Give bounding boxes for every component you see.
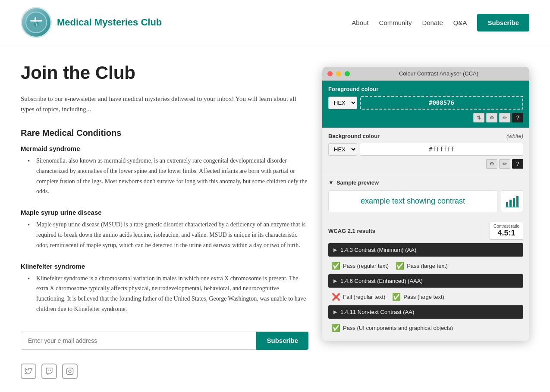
social-icons — [21, 364, 308, 379]
cca-146-large: ✅ Pass (large text) — [392, 293, 444, 301]
cca-preview-header: ▼ Sample preview — [328, 179, 523, 186]
cca-143-arrow: ▶ — [333, 247, 337, 253]
condition-maple: Maple syrup urine disease Maple syrup ur… — [21, 209, 308, 250]
svg-text:⚕: ⚕ — [35, 22, 38, 27]
cca-contrast-label: Contrast ratio — [493, 224, 519, 229]
cca-fg-swap-icon[interactable]: ⇅ — [473, 113, 484, 122]
cca-zoom-dot[interactable] — [345, 71, 350, 76]
cca-fg-input-row: HEX RGB HSL — [328, 96, 523, 110]
cca-fg-eyedropper-icon[interactable]: ✏ — [499, 113, 510, 122]
twitch-icon[interactable] — [41, 364, 57, 379]
cca-bg-format-select[interactable]: HEX RGB HSL — [328, 143, 357, 156]
cca-1411-ui-icon: ✅ — [332, 324, 340, 332]
cca-panel: Colour Contrast Analyser (CCA) Foregroun… — [322, 67, 529, 341]
cca-146-large-text: Pass (large text) — [403, 294, 444, 300]
logo-icon: ⚕ — [21, 7, 52, 38]
cca-1411-arrow: ▶ — [333, 309, 337, 315]
condition-maple-text: Maple syrup urine disease (MSUD) is a ra… — [28, 220, 308, 250]
cca-title: Colour Contrast Analyser (CCA) — [353, 70, 524, 77]
cca-bg-eyedropper-icon[interactable]: ✏ — [499, 159, 510, 169]
cca-146-large-icon: ✅ — [392, 293, 401, 301]
cca-criterion-143[interactable]: ▶ 1.4.3 Contrast (Minimum) (AA) — [328, 243, 523, 257]
cca-143-regular-icon: ✅ — [332, 262, 340, 270]
cca-foreground-section: Foreground colour HEX RGB HSL ⇅ ⚙ ✏ ? — [322, 81, 529, 128]
condition-mermaid-list: Sirenomelia, also known as mermaid syndr… — [21, 156, 308, 197]
cca-146-arrow: ▶ — [333, 278, 337, 284]
cca-minimize-dot[interactable] — [336, 71, 341, 76]
cca-criterion-1411[interactable]: ▶ 1.4.11 Non-text Contrast (AA) — [328, 305, 523, 319]
cca-143-large-text: Pass (large text) — [407, 263, 448, 269]
cca-bg-label: Background colour — [328, 133, 380, 139]
cca-143-regular-text: Pass (regular text) — [343, 263, 389, 269]
svg-rect-12 — [516, 196, 519, 207]
cca-1411-results: ✅ Pass (UI components and graphical obje… — [328, 321, 523, 336]
cca-1411-ui: ✅ Pass (UI components and graphical obje… — [332, 324, 453, 332]
cca-criterion-146[interactable]: ▶ 1.4.6 Contrast (Enhanced) (AAA) — [328, 274, 523, 288]
cca-146-regular-text: Fail (regular text) — [343, 294, 385, 300]
svg-rect-9 — [506, 202, 508, 207]
cca-1411-label: 1.4.11 Non-text Contrast (AA) — [340, 309, 414, 315]
cca-preview-row: example text showing contrast — [328, 190, 523, 212]
cca-fg-hex-input[interactable] — [360, 96, 523, 110]
cca-bg-input-row: HEX RGB HSL — [328, 143, 523, 156]
cca-fg-picker-icon[interactable]: ⚙ — [486, 113, 497, 122]
nav-subscribe-button[interactable]: Subscribe — [477, 14, 529, 31]
cca-bg-note: (white) — [506, 133, 523, 139]
cca-results-label: WCAG 2.1 results — [328, 228, 375, 234]
subscribe-form: Subscribe — [21, 332, 308, 350]
cca-preview-triangle: ▼ — [328, 179, 334, 186]
svg-rect-10 — [509, 200, 512, 207]
cca-143-regular: ✅ Pass (regular text) — [332, 262, 389, 270]
cca-fg-format-select[interactable]: HEX RGB HSL — [328, 97, 357, 109]
condition-klinefelter-name: Klinefelter syndrome — [21, 263, 308, 270]
cca-146-results: ❌ Fail (regular text) ✅ Pass (large text… — [328, 290, 523, 305]
cca-fg-label: Foreground colour — [328, 86, 523, 92]
cca-bg-header: Background colour (white) — [328, 133, 523, 139]
cca-contrast-value: 4.5:1 — [493, 229, 519, 238]
cca-bg-picker-icon[interactable]: ⚙ — [486, 159, 497, 169]
section-heading: Rare Medical Conditions — [21, 128, 308, 138]
cca-background-section: Background colour (white) HEX RGB HSL ⚙ … — [322, 128, 529, 174]
cca-sample-text: example text showing contrast — [328, 190, 497, 212]
nav-about[interactable]: About — [352, 19, 368, 26]
condition-mermaid-text: Sirenomelia, also known as mermaid syndr… — [28, 156, 308, 197]
content-column: Join the Club Subscribe to our e-newslet… — [21, 63, 308, 379]
condition-maple-name: Maple syrup urine disease — [21, 209, 308, 216]
svg-rect-11 — [513, 198, 515, 207]
nav-community[interactable]: Community — [379, 19, 412, 26]
cca-146-regular-icon: ❌ — [332, 293, 340, 301]
cca-143-results: ✅ Pass (regular text) ✅ Pass (large text… — [328, 259, 523, 274]
brand: ⚕ Medical Mysteries Club — [21, 7, 162, 38]
cca-143-label: 1.4.3 Contrast (Minimum) (AA) — [340, 247, 416, 253]
cca-bg-hex-input[interactable] — [360, 143, 523, 156]
main-layout: Join the Club Subscribe to our e-newslet… — [0, 45, 550, 392]
email-input[interactable] — [21, 332, 256, 350]
subscribe-button[interactable]: Subscribe — [256, 332, 308, 350]
twitter-icon[interactable] — [21, 364, 36, 379]
condition-maple-list: Maple syrup urine disease (MSUD) is a ra… — [21, 220, 308, 250]
cca-143-large-icon: ✅ — [396, 262, 404, 270]
cca-146-regular: ❌ Fail (regular text) — [332, 293, 385, 301]
cca-contrast-box: Contrast ratio 4.5:1 — [490, 222, 523, 240]
navbar: ⚕ Medical Mysteries Club About Community… — [0, 0, 550, 45]
instagram-icon[interactable] — [62, 364, 78, 379]
cca-results-section: WCAG 2.1 results Contrast ratio 4.5:1 ▶ … — [322, 217, 529, 341]
cca-143-large: ✅ Pass (large text) — [396, 262, 448, 270]
cca-bg-info-icon[interactable]: ? — [512, 159, 523, 169]
condition-mermaid: Mermaid syndrome Sirenomelia, also known… — [21, 145, 308, 197]
site-title: Medical Mysteries Club — [57, 17, 162, 28]
condition-klinefelter-list: Klinefelter syndrome is a chromosomal va… — [21, 273, 308, 314]
cca-fg-info-icon[interactable]: ? — [512, 113, 523, 122]
nav-donate[interactable]: Donate — [422, 19, 443, 26]
cca-close-dot[interactable] — [327, 71, 333, 76]
condition-klinefelter-text: Klinefelter syndrome is a chromosomal va… — [28, 273, 308, 314]
cca-chart-icon[interactable] — [501, 190, 523, 212]
intro-text: Subscribe to our e-newsletter and have m… — [21, 94, 308, 114]
cca-fg-icon-row: ⇅ ⚙ ✏ ? — [328, 113, 523, 122]
cca-results-header: WCAG 2.1 results Contrast ratio 4.5:1 — [328, 222, 523, 240]
condition-mermaid-name: Mermaid syndrome — [21, 145, 308, 152]
cca-titlebar: Colour Contrast Analyser (CCA) — [322, 67, 529, 81]
svg-rect-7 — [67, 368, 73, 374]
cca-1411-ui-text: Pass (UI components and graphical object… — [343, 325, 453, 331]
nav-qa[interactable]: Q&A — [453, 19, 467, 26]
